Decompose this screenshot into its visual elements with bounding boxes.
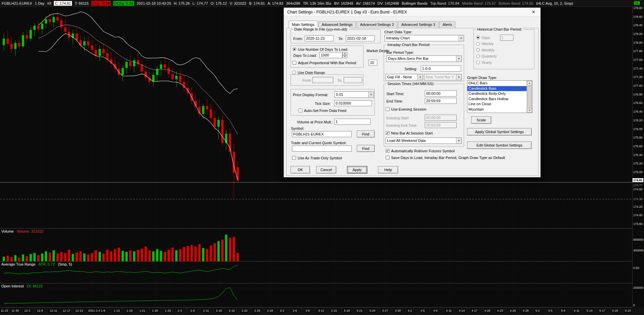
checkbox-box-icon <box>299 109 302 112</box>
symbol-find-button[interactable]: Find <box>357 130 375 137</box>
tab-advanced-settings-3[interactable]: Advanced Settings 3 <box>398 21 439 28</box>
days-to-load-spinner[interactable]: ▲ ▼ <box>342 52 347 58</box>
price-axis-label: 176.20 <box>633 119 643 122</box>
edit-global-symbol-settings-button[interactable]: Edit Global Symbol Settings <box>467 142 532 149</box>
days-to-load-input[interactable] <box>319 52 342 58</box>
price-line-label: 174.77 <box>633 184 643 187</box>
price-axis[interactable]: 178.80178.60178.40178.20178.00177.80177.… <box>633 7 644 308</box>
topbar-ask: A: 174.82 <box>268 1 283 6</box>
scale-button[interactable]: Scale <box>471 116 491 124</box>
top-bar: FGBLH21-EUREX1 Day#3C: 174.81T: 66115Chg… <box>0 0 644 7</box>
apply-button[interactable]: Apply <box>347 166 367 173</box>
tab-advanced-settings-2[interactable]: Advanced Settings 2 <box>356 21 397 28</box>
topbar-top-band: Top Band: 176.84 <box>430 1 459 6</box>
evening-start-input[interactable] <box>425 115 457 121</box>
spinner-down-icon[interactable]: ▼ <box>342 55 347 58</box>
price-display-format-dropdown[interactable]: 0.01 ▼ <box>334 91 374 98</box>
graph-draw-type-candlestick-bars[interactable]: Candlestick Bars <box>467 86 527 91</box>
graph-draw-type-candlestick-bars-hollow[interactable]: Candlestick Bars Hollow <box>467 96 527 102</box>
use-as-trade-only-checkbox[interactable]: Use As Trade Only Symbol <box>292 156 342 160</box>
topbar-bid-volume: BV: 162848 <box>334 1 353 6</box>
chart-data-type-dropdown[interactable]: Intraday Chart ▼ <box>384 35 464 41</box>
save-defaults-checkbox[interactable]: Save Days to Load, Intraday Bar Period, … <box>386 155 505 160</box>
range-to-input[interactable] <box>344 77 362 83</box>
topbar-volume: V: 321022 <box>230 1 247 6</box>
date-label: 12-23 <box>75 309 84 312</box>
graph-draw-type-ohlc-bars[interactable]: OHLC Bars <box>467 81 527 86</box>
bar-countdown-badge: 11 <box>634 1 640 5</box>
graph-draw-type-candlestick-body-only[interactable]: Candlestick Body Only <box>467 91 527 96</box>
help-button[interactable]: Help <box>378 166 398 173</box>
spinner-up-icon[interactable]: ▲ <box>342 52 347 55</box>
dialog-title-bar[interactable]: Chart Settings - FGBLH21-EUREX 1 Day #3 … <box>284 8 540 16</box>
historical-option-days[interactable]: Days <box>476 35 491 40</box>
date-label: 4-2 <box>407 309 413 312</box>
market-depth-input[interactable] <box>369 60 377 66</box>
symbol-input[interactable] <box>292 131 352 137</box>
save-defaults-label: Save Days to Load, Intraday Bar Period, … <box>391 156 505 160</box>
chevron-down-icon[interactable]: ▼ <box>456 138 461 144</box>
date-label: 5-20 <box>611 309 619 312</box>
graph-draw-type-line-on-close[interactable]: Line on Close <box>467 102 527 107</box>
historical-days-input[interactable] <box>500 35 514 41</box>
price-axis-label: 175.80 <box>633 136 643 139</box>
ok-button[interactable]: OK <box>291 166 310 173</box>
chevron-down-icon[interactable]: ▼ <box>458 35 464 41</box>
start-time-input[interactable] <box>425 90 457 96</box>
date-label: 4-26 <box>509 309 517 312</box>
atr-params: (Smp, 5) <box>58 262 72 266</box>
evening-end-input[interactable] <box>425 122 457 128</box>
date-label: 5-14 <box>586 309 593 312</box>
price-axis-label: 178.40 <box>633 24 643 27</box>
chevron-down-icon[interactable]: ▼ <box>368 92 374 97</box>
new-bar-at-session-start-checkbox[interactable]: New Bar At Session Start <box>386 131 433 135</box>
date-label: 3-21 <box>356 309 363 312</box>
chevron-down-icon[interactable]: ▼ <box>456 74 461 80</box>
atr-panel-title: Average True Range ATR: 0.72 (Smp, 5) <box>1 262 72 266</box>
topbar-daily-volume: DV: 1412498 <box>378 1 399 6</box>
topbar-period: 1 Day <box>35 1 44 6</box>
scrollbar-up-icon[interactable]: ▲ <box>527 81 532 85</box>
scrollbar-down-icon[interactable]: ▼ <box>527 108 532 113</box>
date-axis[interactable]: 11-2311-3012-312-812-1112-1712-232021-1-… <box>0 308 644 315</box>
range-from-input[interactable] <box>312 77 333 83</box>
tick-size-input[interactable] <box>334 100 372 106</box>
trade-find-button[interactable]: Find <box>357 145 375 152</box>
dialog-title: Chart Settings - FGBLH21-EUREX 1 Day #3 … <box>287 10 407 14</box>
bar-period-type-dropdown[interactable]: Days-Mins-Secs Per Bar ▼ <box>386 55 462 62</box>
date-label: 5-8 <box>560 309 566 312</box>
tab-alerts[interactable]: Alerts <box>439 21 455 28</box>
trade-quote-symbol-input[interactable] <box>292 146 352 152</box>
listbox-scrollbar[interactable]: ▲ ▼ <box>527 81 532 113</box>
historical-option-weekly[interactable]: Weekly <box>476 42 495 46</box>
file-from-input[interactable] <box>305 35 334 41</box>
close-icon[interactable]: ✕ <box>530 9 537 14</box>
session-times-title: Session Times (HH:MM:SS): <box>386 82 435 86</box>
auto-rollover-checkbox[interactable]: Automatically Rollover Futures Symbol <box>386 149 455 153</box>
historical-option-yearly[interactable]: Yearly <box>476 60 493 65</box>
date-label: 3-15 <box>330 309 338 312</box>
volume-at-price-mult-label: Volume at Price Mult.: <box>297 120 333 124</box>
apply-global-symbol-settings-button[interactable]: Apply Global Symbol Settings <box>467 128 532 135</box>
historical-option-monthly[interactable]: Monthly <box>476 48 496 52</box>
graph-draw-type-listbox[interactable]: OHLC BarsCandlestick BarsCandlestick Bod… <box>467 80 532 113</box>
file-to-input[interactable] <box>346 35 375 41</box>
new-trend-bar-dropdown[interactable]: New Trend Bar V ▼ <box>424 74 462 80</box>
chevron-down-icon[interactable]: ▼ <box>456 56 461 62</box>
auto-set-from-data-feed-checkbox[interactable]: Auto-Set From Data Feed <box>299 108 346 113</box>
use-days-to-load-radio[interactable]: Use Number Of Days To Load <box>293 47 348 51</box>
graph-draw-type-mountain[interactable]: Mountain <box>467 107 527 112</box>
use-evening-session-checkbox[interactable]: Use Evening Session <box>386 107 426 111</box>
volume-at-price-mult-input[interactable] <box>334 119 371 125</box>
setting-input[interactable] <box>421 66 461 72</box>
price-display-format-value: 0.01 <box>335 92 368 97</box>
chevron-down-icon[interactable]: ▼ <box>417 74 423 80</box>
end-time-input[interactable] <box>425 98 457 104</box>
gap-fill-dropdown[interactable]: Gap Fill - None ▼ <box>385 74 423 80</box>
weekend-data-dropdown[interactable]: Load All Weekend Data ▼ <box>385 137 462 144</box>
historical-option-quarterly[interactable]: Quarterly <box>476 54 498 58</box>
adjust-proportional-checkbox[interactable]: Adjust Proportional With Bar Period <box>293 61 356 65</box>
cancel-button[interactable]: Cancel <box>316 166 336 173</box>
scrollbar-thumb[interactable] <box>527 86 532 108</box>
price-axis-label: 174.00 <box>633 213 643 217</box>
